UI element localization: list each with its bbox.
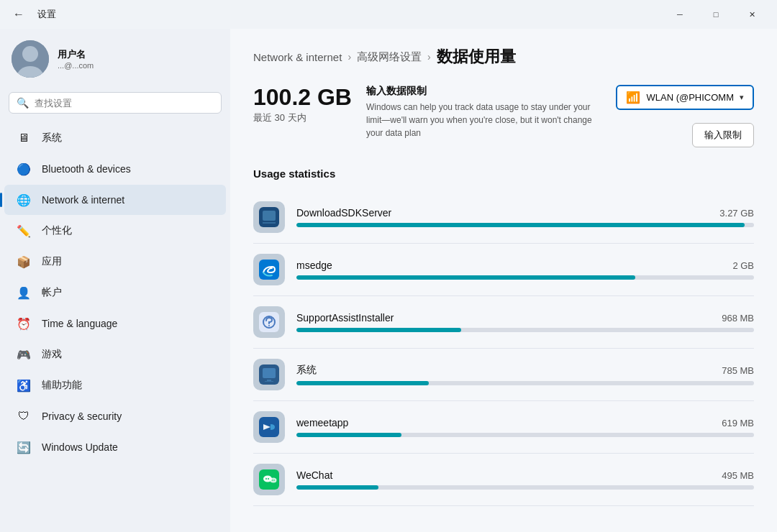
top-section: 100.2 GB 最近 30 天内 输入数据限制 Windows can hel… [253, 85, 754, 147]
sidebar-item-label-network: Network & internet [42, 194, 124, 206]
sidebar-item-time[interactable]: ⏰Time & language [4, 308, 226, 339]
progress-fill [296, 433, 401, 437]
sidebar-item-accessibility[interactable]: ♿辅助功能 [4, 370, 226, 400]
user-profile[interactable]: 用户名 ...@...com [0, 29, 230, 92]
accessibility-icon: ♿ [16, 377, 32, 393]
breadcrumb-network[interactable]: Network & internet [253, 51, 342, 63]
minimize-button[interactable]: ─ [663, 4, 696, 25]
apps-icon: 📦 [16, 254, 32, 270]
sidebar-item-label-personalization: 个性化 [42, 224, 72, 237]
progress-fill [296, 381, 429, 385]
svg-point-9 [268, 325, 270, 326]
usage-app-name: 系统 [296, 364, 317, 377]
close-button[interactable]: ✕ [735, 4, 768, 25]
svg-point-19 [268, 478, 269, 480]
svg-point-1 [22, 46, 38, 62]
usage-name-row: 系统785 MB [296, 364, 754, 377]
maximize-button[interactable]: □ [699, 4, 732, 25]
progress-track [296, 223, 754, 227]
update-icon: 🔄 [16, 439, 32, 455]
limit-section: 输入数据限制 Windows can help you track data u… [366, 85, 602, 139]
wlan-label: WLAN (@PHICOMM [646, 92, 734, 103]
app-body: 用户名 ...@...com 🔍 🖥系统🔵Bluetooth & devices… [0, 29, 777, 532]
usage-info: wemeetapp619 MB [296, 417, 754, 437]
accounts-icon: 👤 [16, 285, 32, 301]
usage-section-title: Usage statistics [253, 168, 754, 180]
usage-info: msedge2 GB [296, 260, 754, 280]
usage-item-wemeetapp: wemeetapp619 MB [253, 401, 754, 454]
sidebar-item-label-privacy: Privacy & security [42, 411, 122, 422]
progress-track [296, 381, 754, 385]
back-button[interactable]: ← [9, 6, 29, 22]
usage-size: 3.27 GB [719, 208, 754, 219]
search-input[interactable] [35, 98, 214, 109]
sidebar-item-network[interactable]: 🌐Network & internet [4, 185, 226, 215]
usage-app-name: WeChat [296, 469, 332, 481]
network-icon: 🌐 [16, 192, 32, 208]
progress-track [296, 433, 754, 437]
breadcrumb: Network & internet › 高级网络设置 › 数据使用量 [253, 46, 754, 68]
sidebar-item-apps[interactable]: 📦应用 [4, 247, 226, 277]
progress-fill [296, 275, 635, 280]
data-amount: 100.2 GB [253, 85, 352, 110]
sidebar-item-label-apps: 应用 [42, 255, 62, 268]
sidebar-item-label-time: Time & language [42, 318, 117, 329]
data-period: 最近 30 天内 [253, 111, 352, 124]
usage-app-name: msedge [296, 260, 332, 271]
app-icon-support [253, 306, 285, 338]
svg-rect-13 [265, 381, 273, 382]
usage-info: WeChat495 MB [296, 469, 754, 490]
breadcrumb-advanced[interactable]: 高级网络设置 [357, 50, 422, 64]
sidebar-item-bluetooth[interactable]: 🔵Bluetooth & devices [4, 154, 226, 184]
sidebar-item-label-bluetooth: Bluetooth & devices [42, 163, 131, 175]
progress-track [296, 485, 754, 490]
right-controls: 📶 WLAN (@PHICOMM ▾ 输入限制 [616, 85, 754, 147]
usage-info: SupportAssistInstaller968 MB [296, 312, 754, 332]
usage-name-row: SupportAssistInstaller968 MB [296, 312, 754, 324]
progress-track [296, 275, 754, 280]
input-limit-button[interactable]: 输入限制 [692, 123, 754, 147]
user-info: 用户名 ...@...com [58, 48, 94, 70]
sidebar-item-system[interactable]: 🖥系统 [4, 123, 226, 153]
sidebar-item-gaming[interactable]: 🎮游戏 [4, 339, 226, 370]
search-box[interactable]: 🔍 [9, 92, 222, 114]
system-icon: 🖥 [16, 130, 32, 146]
svg-point-18 [265, 478, 267, 480]
usage-size: 2 GB [732, 260, 754, 271]
usage-app-name: SupportAssistInstaller [296, 312, 394, 324]
app-icon-download [253, 201, 285, 233]
usage-name-row: wemeetapp619 MB [296, 417, 754, 428]
sidebar-item-privacy[interactable]: 🛡Privacy & security [4, 401, 226, 431]
nav-list: 🖥系统🔵Bluetooth & devices🌐Network & intern… [0, 122, 230, 463]
svg-point-17 [271, 478, 277, 483]
sidebar-item-label-accessibility: 辅助功能 [42, 379, 82, 392]
window-controls: ─ □ ✕ [663, 4, 768, 25]
user-name: 用户名 [58, 48, 94, 61]
svg-point-20 [272, 480, 273, 481]
wlan-dropdown[interactable]: 📶 WLAN (@PHICOMM ▾ [616, 85, 754, 110]
app-icon-wechat [253, 464, 285, 495]
usage-name-row: WeChat495 MB [296, 469, 754, 481]
usage-info: DownloadSDKServer3.27 GB [296, 207, 754, 227]
gaming-icon: 🎮 [16, 347, 32, 362]
sidebar-item-update[interactable]: 🔄Windows Update [4, 432, 226, 462]
app-icon-system [253, 359, 285, 390]
privacy-icon: 🛡 [16, 408, 32, 424]
sidebar-item-label-accounts: 帐户 [42, 286, 62, 299]
svg-rect-12 [267, 380, 271, 381]
sidebar-item-personalization[interactable]: ✏️个性化 [4, 216, 226, 246]
progress-track [296, 328, 754, 332]
progress-fill [296, 223, 745, 227]
svg-point-21 [273, 480, 275, 481]
usage-app-name: DownloadSDKServer [296, 207, 391, 219]
content-area: Network & internet › 高级网络设置 › 数据使用量 100.… [230, 29, 777, 532]
usage-item-downloadsdkserver: DownloadSDKServer3.27 GB [253, 191, 754, 244]
limit-title: 输入数据限制 [366, 85, 602, 98]
app-icon-meet [253, 411, 285, 443]
limit-desc: Windows can help you track data usage to… [366, 101, 602, 139]
progress-fill [296, 328, 461, 332]
usage-item-msedge: msedge2 GB [253, 244, 754, 296]
breadcrumb-sep-2: › [427, 51, 431, 63]
sidebar-item-accounts[interactable]: 👤帐户 [4, 278, 226, 308]
data-summary: 100.2 GB 最近 30 天内 [253, 85, 352, 124]
